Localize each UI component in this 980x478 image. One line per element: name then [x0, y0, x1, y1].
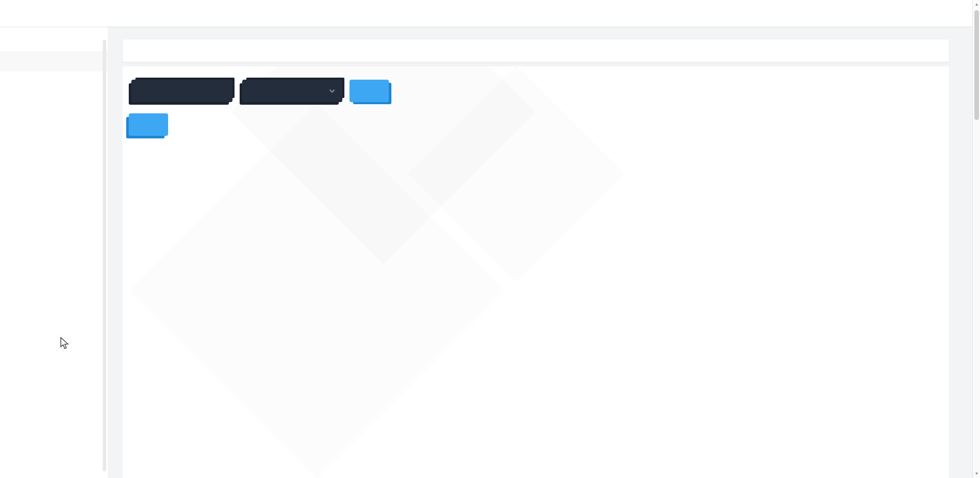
- main-content: [123, 66, 949, 478]
- background-shape: [129, 103, 504, 478]
- status-select[interactable]: [242, 80, 342, 102]
- breadcrumb: [123, 39, 949, 62]
- search-button[interactable]: [349, 80, 389, 102]
- bulk-delete-button[interactable]: [129, 113, 168, 136]
- chevron-down-icon: [328, 87, 336, 95]
- background-shape: [408, 66, 624, 282]
- filter-bar: [129, 80, 389, 102]
- topbar: [0, 0, 980, 27]
- sidebar-nav-top: [0, 27, 108, 45]
- sidebar: [0, 27, 108, 478]
- scroll-up-arrow-icon[interactable]: ▲: [973, 2, 980, 7]
- scrollbar-thumb[interactable]: [974, 10, 979, 120]
- sidebar-item-test-info[interactable]: [0, 51, 108, 71]
- sidebar-scrollbar[interactable]: [103, 40, 106, 471]
- name-input[interactable]: [131, 80, 232, 102]
- scroll-down-arrow-icon[interactable]: ▼: [973, 471, 980, 476]
- page-scrollbar[interactable]: ▲ ▼: [972, 0, 980, 478]
